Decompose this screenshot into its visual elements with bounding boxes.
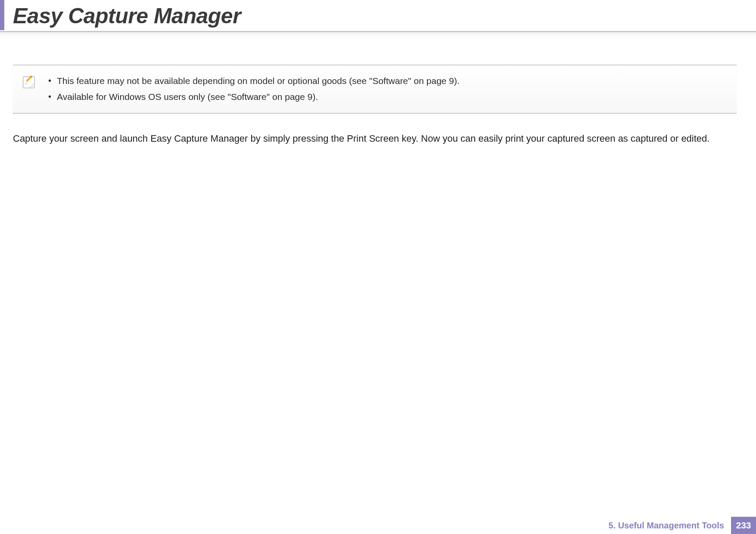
header-accent-bar [0,0,4,30]
note-bullet: Available for Windows OS users only (see… [45,89,726,105]
title-divider [0,31,756,37]
page-title: Easy Capture Manager [13,3,241,28]
body-paragraph: Capture your screen and launch Easy Capt… [13,131,745,146]
note-box: This feature may not be available depend… [13,65,737,114]
note-bullet: This feature may not be available depend… [45,73,726,89]
note-icon [21,74,37,90]
footer-chapter-label: 5. Useful Management Tools [608,517,731,534]
note-content: This feature may not be available depend… [45,73,726,105]
footer-page-number: 233 [731,517,756,534]
page-footer: 5. Useful Management Tools 233 [608,517,756,534]
